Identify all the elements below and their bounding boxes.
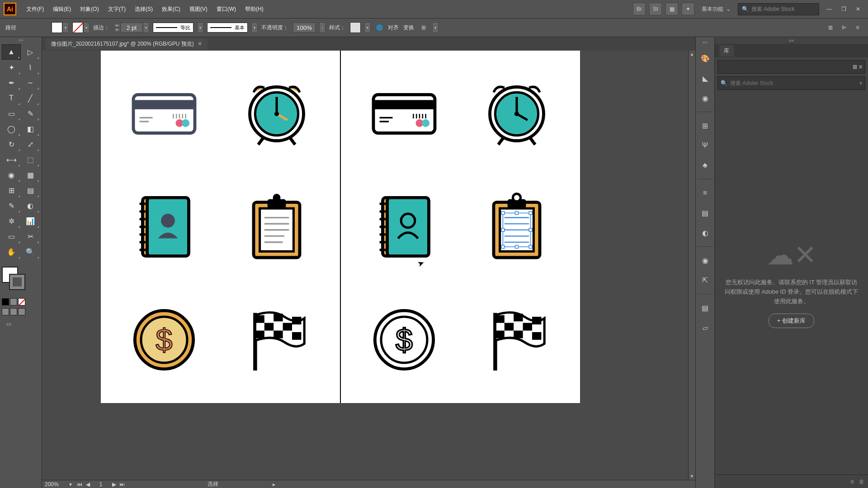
bridge-icon[interactable]: Br (633, 3, 646, 15)
gradient-tool[interactable]: ▤ (21, 183, 40, 198)
menu-type[interactable]: 文字(T) (104, 5, 130, 13)
libraries-tab[interactable]: 库 (719, 45, 734, 56)
mesh-tool[interactable]: ⊞ (2, 183, 21, 198)
draw-behind[interactable] (10, 308, 17, 315)
direct-selection-tool[interactable]: ▷ (21, 44, 40, 60)
rotate-tool[interactable]: ↻ (2, 136, 21, 152)
graph-tool[interactable]: 📊 (21, 213, 40, 229)
workspace-switcher[interactable]: 基本功能 ⌄ (698, 4, 734, 15)
stock-icon[interactable]: St (649, 3, 662, 15)
library-selector[interactable]: ⊞ ≡ (717, 60, 865, 74)
layers-icon[interactable]: ▤ (699, 301, 712, 314)
zoom-tool[interactable]: 🔍 (21, 244, 40, 259)
symbol-sprayer-tool[interactable]: ✲ (2, 213, 21, 229)
list-view-icon[interactable]: ≡ (859, 64, 862, 70)
isolate-dd[interactable]: ▾ (432, 22, 439, 33)
scroll-up-icon[interactable]: ▲ (689, 51, 695, 58)
chevron-down-icon[interactable]: ▾ (859, 80, 862, 86)
graphic-style[interactable] (350, 22, 361, 33)
artboard-number[interactable]: 1 (92, 481, 110, 488)
minimize-button[interactable]: — (823, 5, 835, 14)
brush-dd[interactable]: ▾ (251, 22, 258, 33)
type-tool[interactable]: T (2, 90, 21, 106)
shape-builder-tool[interactable]: ◉ (2, 167, 21, 183)
clipboard-color-icon[interactable] (227, 177, 327, 277)
align-label[interactable]: 对齐 (388, 24, 399, 32)
opacity-input[interactable] (293, 23, 316, 33)
screen-mode[interactable]: ▭ (4, 319, 14, 329)
menu-select[interactable]: 选择(S) (130, 5, 157, 13)
lib-delete-icon[interactable]: 🗑 (859, 479, 864, 485)
swatches-icon[interactable]: ◉ (699, 92, 712, 104)
stroke-profile[interactable]: 等比 (153, 23, 193, 33)
menu-help[interactable]: 帮助(H) (241, 5, 268, 13)
color-mode[interactable] (2, 298, 9, 305)
contact-book-line-icon[interactable] (354, 177, 454, 277)
hand-tool[interactable]: ✋ (2, 244, 21, 259)
color-guide-icon[interactable]: ◣ (699, 72, 712, 84)
menu-effect[interactable]: 效果(C) (157, 5, 185, 13)
close-tab-icon[interactable]: ✕ (198, 41, 202, 47)
stroke-swatch[interactable] (9, 274, 25, 290)
arrange-icon[interactable]: ▦ (665, 3, 678, 15)
menu-view[interactable]: 视图(V) (185, 5, 212, 13)
symbols-icon[interactable]: Ψ (699, 139, 712, 152)
gradient-mode[interactable] (10, 298, 17, 305)
blend-tool[interactable]: ◐ (21, 198, 40, 213)
selection-tool[interactable]: ▲ (2, 44, 21, 60)
paintbrush-tool[interactable]: ✎ (21, 106, 40, 121)
checkered-flag-line-icon[interactable] (467, 290, 567, 389)
artboard-tool[interactable]: ▭ (2, 229, 21, 244)
credit-card-color-icon[interactable] (114, 64, 214, 164)
create-library-button[interactable]: + 创建新库 (769, 314, 815, 328)
eraser-tool[interactable]: ◧ (21, 121, 40, 136)
free-transform-tool[interactable]: ⬚ (21, 152, 40, 167)
panel-menu-icon[interactable]: ≡ (853, 23, 863, 33)
asset-export-icon[interactable]: ⇱ (699, 274, 712, 286)
artboard-nav-next[interactable]: ▶⏭ (110, 481, 126, 488)
slice-tool[interactable]: ✂ (21, 229, 40, 244)
line-tool[interactable]: ╱ (21, 90, 40, 106)
contact-book-color-icon[interactable] (114, 177, 214, 277)
menu-edit[interactable]: 编辑(E) (48, 5, 75, 13)
stroke-panel-icon[interactable]: ≡ (699, 187, 712, 199)
draw-inside[interactable] (18, 308, 25, 315)
fill-color[interactable]: ▾ (52, 22, 69, 33)
color-panel-icon[interactable]: 🎨 (699, 52, 712, 65)
close-button[interactable]: ✕ (852, 5, 864, 14)
menu-window[interactable]: 窗口(W) (212, 5, 241, 13)
checkered-flag-color-icon[interactable] (227, 290, 327, 389)
clipboard-line-selected-icon[interactable] (467, 177, 567, 277)
panel-grip[interactable]: «« (0, 37, 42, 42)
pen-tool[interactable]: ✒ (2, 75, 21, 90)
width-tool[interactable]: ⟷ (2, 152, 21, 167)
alarm-clock-line-icon[interactable] (467, 64, 567, 164)
scroll-down-icon[interactable]: ▼ (689, 473, 695, 480)
scale-tool[interactable]: ⤢ (21, 136, 40, 152)
transform-panel-icon[interactable]: ⊫ (839, 23, 849, 33)
menu-file[interactable]: 文件(F) (22, 5, 48, 13)
gradient-panel-icon[interactable]: ▤ (699, 206, 712, 219)
recolor-icon[interactable]: 🌐 (374, 23, 384, 33)
alarm-clock-color-icon[interactable] (227, 64, 327, 164)
stroke-profile-dd[interactable]: ▾ (197, 22, 203, 33)
style-dd[interactable]: ▾ (364, 22, 371, 33)
artboards-icon[interactable]: ▱ (699, 321, 712, 334)
lasso-tool[interactable]: ⌇ (21, 60, 40, 75)
eyedropper-tool[interactable]: ✎ (2, 198, 21, 213)
transparency-icon[interactable]: ◐ (699, 226, 712, 239)
document-tab[interactable]: 微信图片_20200216175107.jpg* @ 200% (RGB/GPU… (46, 38, 208, 50)
opacity-dd[interactable]: › (319, 22, 326, 33)
graphic-styles-icon[interactable]: ♣ (699, 159, 712, 172)
lib-grip[interactable]: »» (715, 37, 868, 44)
zoom-level[interactable]: 200% (42, 481, 69, 488)
status-indicator[interactable]: ▸ (273, 481, 275, 488)
canvas[interactable]: $ (42, 51, 688, 480)
coin-dollar-color-icon[interactable]: $ (114, 290, 214, 389)
shaper-tool[interactable]: ◯ (2, 121, 21, 136)
lib-add-icon[interactable]: ⊕ (850, 479, 854, 485)
stroke-weight-input[interactable] (120, 23, 143, 33)
rectangle-tool[interactable]: ▭ (2, 106, 21, 121)
none-mode[interactable] (18, 298, 25, 305)
fill-stroke-swatches[interactable] (0, 265, 42, 296)
